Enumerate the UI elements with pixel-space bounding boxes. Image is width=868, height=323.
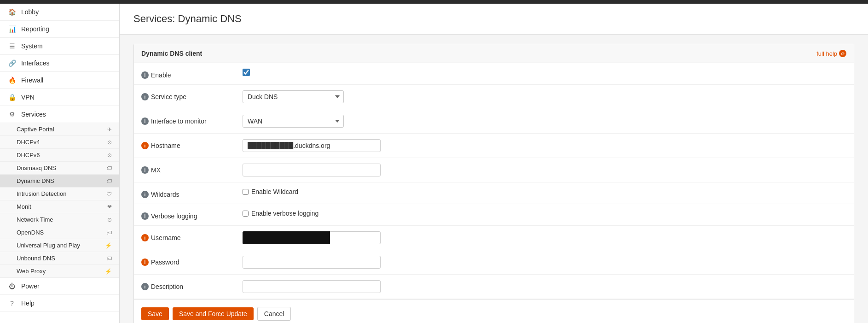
sidebar-item-vpn[interactable]: 🔒 VPN: [0, 89, 119, 106]
password-row: i Password: [134, 250, 854, 275]
username-row: i Username: [134, 226, 854, 250]
verbose-logging-label: i Verbose logging: [141, 210, 243, 220]
password-info-icon: i: [141, 258, 149, 266]
intrusion-detection-nav-icon: 🛡: [106, 191, 112, 197]
hostname-control: [243, 139, 846, 152]
sidebar-item-unbound-dns[interactable]: Unbound DNS 🏷: [0, 252, 119, 265]
captive-portal-nav-icon: ✈: [107, 126, 112, 133]
sidebar-item-lobby[interactable]: 🏠 Lobby: [0, 4, 119, 21]
service-type-control: Duck DNSNo-IPDynDNS: [243, 90, 846, 103]
cancel-button[interactable]: Cancel: [257, 307, 291, 321]
description-label: i Description: [141, 280, 243, 290]
web-proxy-nav-icon: ⚡: [105, 268, 112, 275]
password-control: [243, 256, 846, 269]
form-actions: Save Save and Force Update Cancel: [134, 299, 854, 323]
mx-label: i MX: [141, 164, 243, 174]
dhcpv6-nav-icon: ⊙: [107, 152, 112, 159]
wildcards-info-icon: i: [141, 191, 149, 198]
sidebar-item-reporting[interactable]: 📊 Reporting: [0, 21, 119, 38]
wildcards-checkbox-label[interactable]: Enable Wildcard: [243, 188, 298, 195]
full-help-link[interactable]: full help ⊘: [816, 50, 846, 57]
sidebar-item-web-proxy[interactable]: Web Proxy ⚡: [0, 265, 119, 278]
sidebar-item-power[interactable]: ⏻ Power: [0, 278, 119, 295]
interface-row: i Interface to monitor WANLAN: [134, 109, 854, 134]
service-type-row: i Service type Duck DNSNo-IPDynDNS: [134, 85, 854, 109]
wildcards-row: i Wildcards Enable Wildcard: [134, 182, 854, 204]
interface-info-icon: i: [141, 117, 149, 125]
description-control: [243, 280, 846, 293]
password-input[interactable]: [243, 256, 381, 269]
system-icon: ☰: [7, 42, 17, 50]
mx-control: [243, 164, 846, 176]
verbose-logging-checkbox[interactable]: [243, 211, 249, 217]
main-content: Services: Dynamic DNS Dynamic DNS client…: [120, 4, 868, 323]
power-icon: ⏻: [7, 282, 17, 290]
services-icon: ⚙: [7, 111, 17, 118]
sidebar-item-dhcpv6[interactable]: DHCPv6 ⊙: [0, 149, 119, 162]
sidebar-item-system[interactable]: ☰ System: [0, 38, 119, 55]
unbound-nav-icon: 🏷: [106, 255, 112, 262]
hostname-label: i Hostname: [141, 139, 243, 149]
sidebar: 🏠 Lobby 📊 Reporting ☰ System 🔗 Interface…: [0, 4, 120, 323]
verbose-logging-control: Enable verbose logging: [243, 210, 846, 217]
dnsmasq-nav-icon: 🏷: [106, 165, 112, 171]
page-header: Services: Dynamic DNS: [120, 4, 868, 35]
interface-select[interactable]: WANLAN: [243, 115, 344, 128]
sidebar-item-services[interactable]: ⚙ Services: [0, 106, 119, 123]
username-control: [243, 231, 846, 244]
sidebar-item-dynamic-dns[interactable]: Dynamic DNS 🏷: [0, 175, 119, 188]
firewall-icon: 🔥: [7, 76, 17, 84]
page-title: Services: Dynamic DNS: [133, 13, 854, 25]
sidebar-item-dhcpv4[interactable]: DHCPv4 ⊙: [0, 136, 119, 149]
sidebar-item-interfaces[interactable]: 🔗 Interfaces: [0, 55, 119, 72]
help-icon: ?: [7, 300, 17, 307]
service-type-select[interactable]: Duck DNSNo-IPDynDNS: [243, 90, 344, 103]
sidebar-item-dnsmasq-dns[interactable]: Dnsmasq DNS 🏷: [0, 162, 119, 175]
enable-control: [243, 69, 846, 76]
sidebar-item-universal-plug[interactable]: Universal Plug and Play ⚡: [0, 239, 119, 252]
password-label: i Password: [141, 256, 243, 266]
top-bar: [0, 0, 868, 4]
save-force-update-button[interactable]: Save and Force Update: [173, 307, 254, 320]
enable-checkbox[interactable]: [243, 69, 250, 76]
sidebar-item-firewall[interactable]: 🔥 Firewall: [0, 72, 119, 89]
enable-info-icon: i: [141, 71, 149, 79]
verbose-info-icon: i: [141, 212, 149, 220]
lobby-icon: 🏠: [7, 8, 17, 16]
mx-info-icon: i: [141, 166, 149, 174]
enable-row: i Enable: [134, 63, 854, 85]
sidebar-item-monit[interactable]: Monit ❤: [0, 200, 119, 213]
sidebar-item-help[interactable]: ? Help: [0, 295, 119, 312]
description-row: i Description: [134, 275, 854, 299]
sidebar-item-opendns[interactable]: OpenDNS 🏷: [0, 226, 119, 239]
card-title: Dynamic DNS client: [141, 50, 202, 57]
content-area: Dynamic DNS client full help ⊘ i Enable: [120, 35, 868, 323]
wildcards-control: Enable Wildcard: [243, 188, 846, 195]
sidebar-item-intrusion-detection[interactable]: Intrusion Detection 🛡: [0, 188, 119, 200]
service-type-info-icon: i: [141, 93, 149, 100]
hostname-info-icon: i: [141, 142, 149, 149]
hostname-input[interactable]: [243, 139, 381, 152]
interface-control: WANLAN: [243, 115, 846, 128]
upnp-nav-icon: ⚡: [105, 242, 112, 249]
username-input[interactable]: [243, 231, 381, 244]
card-header: Dynamic DNS client full help ⊘: [134, 44, 854, 63]
enable-label: i Enable: [141, 69, 243, 79]
dynamic-dns-card: Dynamic DNS client full help ⊘ i Enable: [133, 44, 854, 323]
sidebar-item-captive-portal[interactable]: Captive Portal ✈: [0, 123, 119, 136]
wildcards-checkbox[interactable]: [243, 189, 249, 195]
monit-nav-icon: ❤: [107, 204, 112, 210]
username-label: i Username: [141, 231, 243, 241]
network-time-nav-icon: ⊙: [107, 217, 112, 223]
dhcpv4-nav-icon: ⊙: [107, 139, 112, 146]
mx-input[interactable]: [243, 164, 381, 176]
save-button[interactable]: Save: [141, 307, 169, 320]
opendns-nav-icon: 🏷: [106, 229, 112, 236]
sidebar-item-network-time[interactable]: Network Time ⊙: [0, 213, 119, 226]
interfaces-icon: 🔗: [7, 59, 17, 67]
verbose-logging-checkbox-label[interactable]: Enable verbose logging: [243, 210, 318, 217]
interface-label: i Interface to monitor: [141, 115, 243, 125]
description-input[interactable]: [243, 280, 381, 293]
dynamic-dns-nav-icon: 🏷: [106, 178, 112, 184]
mx-row: i MX: [134, 158, 854, 182]
